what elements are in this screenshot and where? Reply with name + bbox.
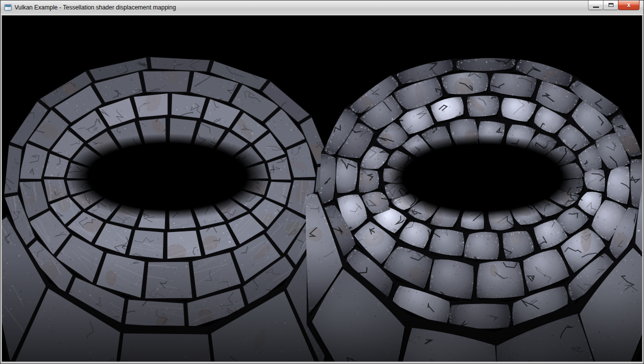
window-controls: x	[588, 0, 640, 10]
minimize-button[interactable]	[588, 0, 604, 10]
maximize-button[interactable]	[603, 0, 618, 10]
vulkan-3d-viewport[interactable]	[2, 16, 642, 362]
window-title: Vulkan Example - Tessellation shader dis…	[14, 4, 176, 11]
close-button[interactable]: x	[618, 0, 640, 10]
maximize-icon	[608, 3, 614, 7]
minimize-icon	[593, 6, 599, 8]
render-area	[2, 15, 642, 362]
app-window: Vulkan Example - Tessellation shader dis…	[0, 0, 644, 364]
titlebar[interactable]: Vulkan Example - Tessellation shader dis…	[0, 0, 644, 15]
application-icon	[4, 4, 12, 12]
close-icon: x	[627, 2, 630, 8]
